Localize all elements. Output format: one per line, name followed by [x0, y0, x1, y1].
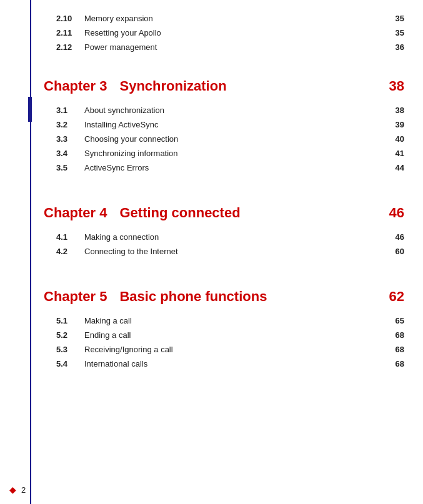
entry-number: 5.3	[56, 345, 84, 354]
entry-title: Synchronizing information	[84, 149, 396, 158]
page-number: 2	[21, 485, 26, 495]
entry-page: 68	[396, 330, 404, 340]
entry-title: International calls	[84, 359, 396, 368]
entry-title: Installing ActiveSync	[84, 120, 396, 129]
list-item: 4.1 Making a connection 46	[44, 230, 404, 244]
chapter3-page: 38	[389, 78, 404, 94]
entry-number: 4.2	[56, 247, 84, 256]
entry-title: Power management	[84, 42, 396, 52]
footer: ◆ 2	[9, 485, 26, 495]
entry-page: 35	[396, 14, 404, 23]
entry-number: 3.1	[56, 106, 84, 115]
entry-number: 3.4	[56, 149, 84, 158]
chapter5-title: Basic phone functions	[119, 289, 389, 305]
entry-page: 36	[396, 42, 404, 52]
entry-page: 68	[396, 345, 404, 354]
chapter5-page: 62	[389, 289, 404, 305]
chapter5-heading: Chapter 5 Basic phone functions 62	[44, 289, 404, 305]
entry-number: 4.1	[56, 232, 84, 242]
diamond-icon: ◆	[9, 485, 16, 495]
list-item: 3.4 Synchronizing information 41	[44, 146, 404, 161]
list-item: 3.5 ActiveSync Errors 44	[44, 161, 404, 175]
list-item: 3.2 Installing ActiveSync 39	[44, 117, 404, 132]
chapter5-section: Chapter 5 Basic phone functions 62 5.1 M…	[44, 289, 404, 371]
entry-page: 35	[396, 28, 404, 37]
entry-title: Connecting to the Internet	[84, 247, 396, 256]
left-sidebar	[0, 0, 31, 504]
chapter4-section: Chapter 4 Getting connected 46 4.1 Makin…	[44, 205, 404, 259]
entry-page: 38	[396, 106, 404, 115]
chapter3-heading: Chapter 3 Synchronization 38	[44, 78, 404, 94]
list-item: 2.12 Power management 36	[44, 40, 404, 54]
list-item: 2.10 Memory expansion 35	[44, 11, 404, 26]
list-item: 5.3 Receiving/Ignoring a call 68	[44, 342, 404, 357]
chapter5-number: Chapter 5	[44, 289, 107, 305]
spacer	[44, 181, 404, 192]
entry-title: Making a connection	[84, 232, 396, 242]
entry-title: Choosing your connection	[84, 134, 396, 144]
prev-entries-section: 2.10 Memory expansion 35 2.11 Resetting …	[44, 6, 404, 54]
entry-page: 44	[396, 163, 404, 172]
content-area: 2.10 Memory expansion 35 2.11 Resetting …	[31, 0, 423, 504]
chapter3-section: Chapter 3 Synchronization 38 3.1 About s…	[44, 78, 404, 175]
entry-title: Memory expansion	[84, 14, 396, 23]
entry-number: 5.4	[56, 359, 84, 368]
chapter4-number: Chapter 4	[44, 205, 107, 221]
chapter4-page: 46	[389, 205, 404, 221]
chapter4-heading: Chapter 4 Getting connected 46	[44, 205, 404, 221]
entry-number: 3.5	[56, 163, 84, 172]
entry-page: 39	[396, 120, 404, 129]
entry-number: 5.2	[56, 330, 84, 340]
entry-title: Making a call	[84, 316, 396, 325]
entry-number: 3.3	[56, 134, 84, 144]
page-container: 2.10 Memory expansion 35 2.11 Resetting …	[0, 0, 423, 504]
entry-page: 40	[396, 134, 404, 144]
entry-number: 3.2	[56, 120, 84, 129]
list-item: 4.2 Connecting to the Internet 60	[44, 244, 404, 259]
list-item: 5.4 International calls 68	[44, 357, 404, 371]
entry-page: 65	[396, 316, 404, 325]
entry-title: Resetting your Apollo	[84, 28, 396, 37]
entry-number: 5.1	[56, 316, 84, 325]
sidebar-marker	[28, 97, 32, 122]
list-item: 5.1 Making a call 65	[44, 314, 404, 328]
chapter3-number: Chapter 3	[44, 78, 107, 94]
list-item: 5.2 Ending a call 68	[44, 328, 404, 342]
entry-number: 2.11	[56, 28, 84, 37]
list-item: 2.11 Resetting your Apollo 35	[44, 26, 404, 40]
list-item: 3.3 Choosing your connection 40	[44, 132, 404, 146]
chapter4-title: Getting connected	[119, 205, 389, 221]
entry-number: 2.12	[56, 42, 84, 52]
list-item: 3.1 About synchronization 38	[44, 103, 404, 117]
chapter3-title: Synchronization	[119, 78, 389, 94]
entry-title: Receiving/Ignoring a call	[84, 345, 396, 354]
entry-page: 60	[396, 247, 404, 256]
entry-title: Ending a call	[84, 330, 396, 340]
entry-page: 41	[396, 149, 404, 158]
spacer	[44, 54, 404, 66]
entry-page: 68	[396, 359, 404, 368]
spacer	[44, 265, 404, 276]
entry-title: About synchronization	[84, 106, 396, 115]
entry-title: ActiveSync Errors	[84, 163, 396, 172]
entry-number: 2.10	[56, 14, 84, 23]
entry-page: 46	[396, 232, 404, 242]
